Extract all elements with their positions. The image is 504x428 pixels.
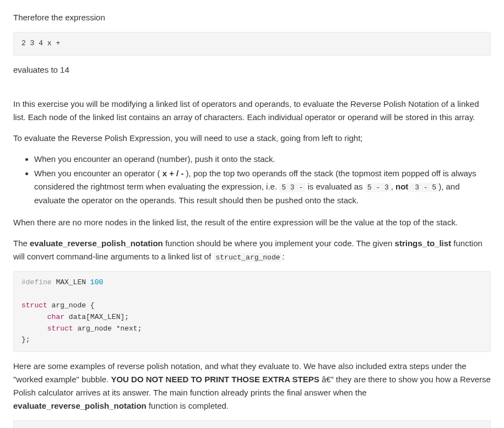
fn-evaluate-2: evaluate_reverse_polish_notation: [13, 401, 147, 410]
inline-code-ex1: 5 3 -: [279, 183, 305, 192]
not-bold: not: [395, 182, 408, 191]
code-example-run: $ ./exam_q6 5 10 4 + - -9: [13, 420, 491, 428]
kw-char: char: [47, 313, 64, 321]
paragraph-exercise-description: In this exercise you will be modifying a…: [13, 97, 491, 124]
paragraph-stack-intro: To evaluate the Reverse Polish Expressio…: [13, 132, 491, 145]
fn-strings-to-list: strings_to_list: [395, 239, 452, 248]
code-struct-definition: #define MAX_LEN 100 struct arg_node { ch…: [13, 271, 491, 352]
kw-num-100: 100: [90, 278, 103, 286]
list-item-operator: When you encounter an operator ( x + / -…: [34, 167, 491, 207]
kw-struct: struct: [21, 301, 47, 310]
no-print-bold: YOU DO NOT NEED TO PRINT THOSE EXTRA STE…: [111, 375, 319, 384]
intro-evaluates: evaluates to 14: [13, 63, 491, 77]
kw-define: #define: [21, 278, 52, 286]
operators-bold: x + / -: [162, 169, 184, 178]
inline-code-ex2: 5 - 3: [365, 183, 391, 192]
inline-code-struct: struct_arg_node: [214, 253, 283, 262]
list-item-operand: When you encounter an operand (number), …: [34, 153, 491, 166]
fn-evaluate: evaluate_reverse_polish_notation: [30, 239, 163, 248]
paragraph-examples: Here are some examples of reverse polish…: [13, 360, 491, 413]
kw-struct-2: struct: [47, 324, 73, 333]
code-expression-1: 2 3 4 x +: [13, 32, 491, 56]
paragraph-functions: The evaluate_reverse_polish_notation fun…: [13, 237, 491, 264]
instruction-list: When you encounter an operand (number), …: [13, 153, 491, 207]
paragraph-result: When there are no more nodes in the link…: [13, 216, 491, 229]
inline-code-ex3: 3 - 5: [408, 183, 438, 192]
intro-therefore: Therefore the expression: [13, 11, 491, 24]
